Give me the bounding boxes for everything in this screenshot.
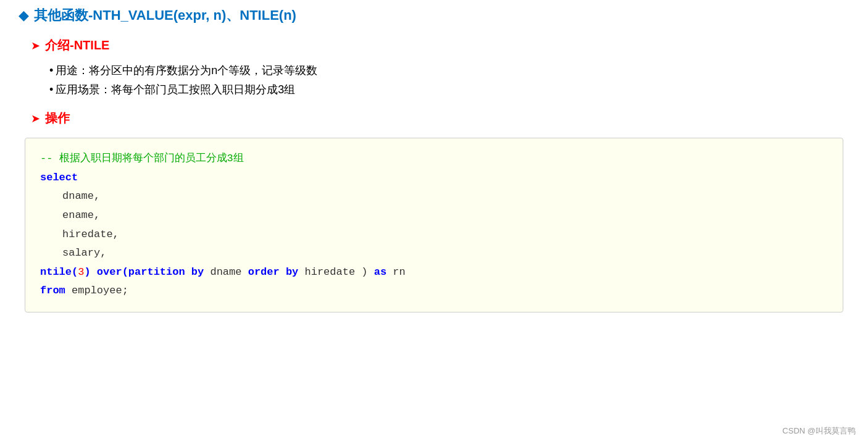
watermark: CSDN @叫我莫言鸭 (782, 425, 856, 437)
code-comment-line: -- 根据入职日期将每个部门的员工分成3组 (40, 149, 828, 169)
code-ntile-num: 3 (78, 266, 84, 278)
code-line-hiredate: hiredate, (62, 225, 828, 245)
code-line-ename: ename, (62, 206, 828, 225)
code-comment: -- 根据入职日期将每个部门的员工分成3组 (40, 153, 244, 164)
code-dname: dname, (62, 190, 100, 202)
code-over: over(partition by (91, 266, 204, 278)
section-title-text: 其他函数-NTH_VALUE(expr, n)、NTILE(n) (34, 6, 296, 25)
bullet-scenario: 应用场景：将每个部门员工按照入职日期分成3组 (49, 80, 849, 99)
code-dname2: dname (204, 266, 248, 278)
subsection-intro-header: ➤ 介绍-NTILE (31, 37, 849, 54)
code-line-ntile: ntile(3) over(partition by dname order b… (40, 263, 828, 282)
subsection-operation-header: ➤ 操作 (31, 110, 849, 127)
code-block: -- 根据入职日期将每个部门的员工分成3组 select dname, enam… (25, 138, 843, 312)
code-from: from (40, 285, 65, 296)
code-employee: employee; (65, 285, 128, 296)
subsection-intro: ➤ 介绍-NTILE 用途：将分区中的有序数据分为n个等级，记录等级数 应用场景… (31, 37, 849, 99)
code-line-dname: dname, (62, 187, 828, 206)
code-hiredate2: hiredate ) (298, 266, 373, 278)
code-line-salary: salary, (62, 244, 828, 263)
code-rn: rn (386, 266, 406, 278)
code-salary: salary, (62, 247, 106, 259)
code-ename: ename, (62, 209, 100, 221)
code-as: as (374, 266, 386, 278)
bullet-usage: 用途：将分区中的有序数据分为n个等级，记录等级数 (49, 61, 849, 80)
page-container: ◆ 其他函数-NTH_VALUE(expr, n)、NTILE(n) ➤ 介绍-… (0, 0, 868, 444)
code-line-from: from employee; (40, 282, 828, 301)
subsection-intro-title: 介绍-NTILE (45, 37, 109, 54)
code-hiredate: hiredate, (62, 228, 119, 240)
subsection-intro-content: 用途：将分区中的有序数据分为n个等级，记录等级数 应用场景：将每个部门员工按照入… (49, 61, 849, 99)
section-title: ◆ 其他函数-NTH_VALUE(expr, n)、NTILE(n) (19, 6, 849, 25)
arrow-icon-operation: ➤ (31, 112, 40, 125)
arrow-icon-intro: ➤ (31, 39, 40, 52)
diamond-icon: ◆ (19, 7, 29, 23)
code-line-select: select (40, 169, 828, 188)
code-keyword-select: select (40, 172, 78, 183)
code-ntile-close: ) (84, 266, 90, 278)
code-order-by: order by (248, 266, 299, 278)
subsection-operation: ➤ 操作 (31, 110, 849, 127)
subsection-operation-title: 操作 (45, 110, 70, 127)
code-ntile-func: ntile( (40, 266, 78, 278)
